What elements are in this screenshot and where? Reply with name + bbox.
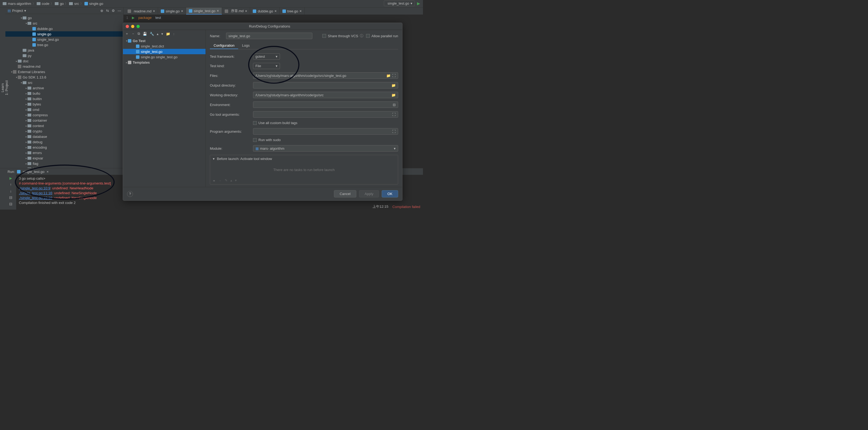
crumb-4[interactable]: single.go (85, 2, 103, 6)
tree-item[interactable]: ▾go (5, 15, 123, 21)
close-tab-icon[interactable]: × (153, 9, 155, 13)
allow-parallel-checkbox[interactable] (366, 34, 370, 38)
crumb-1[interactable]: code (37, 2, 49, 6)
tree-item[interactable]: ▾src (5, 80, 123, 85)
test-kind-select[interactable]: File▾ (253, 63, 280, 69)
run-tab[interactable]: single_test.go (23, 170, 44, 174)
test-framework-select[interactable]: gotest▾ (253, 53, 280, 60)
tree-arrow-icon[interactable]: ▸ (25, 87, 28, 90)
sort-icon[interactable]: ↕ (173, 32, 175, 36)
run-button[interactable]: ▶ (417, 1, 420, 6)
rerun-button[interactable]: ▶ (9, 176, 12, 180)
tree-arrow-icon[interactable]: ▸ (25, 135, 28, 138)
left-tab-learn[interactable]: Learn (1, 11, 5, 164)
tree-item[interactable]: ▸expvar (5, 155, 123, 161)
tree-arrow-icon[interactable]: ▸ (25, 124, 28, 127)
left-tab-project[interactable]: 1: Project (5, 11, 9, 164)
save-config-icon[interactable]: 💾 (143, 32, 147, 36)
tree-item[interactable]: ▸flag (5, 161, 123, 166)
working-dir-input[interactable]: /Users/zyj/study/mars-algorithm/code/go/… (253, 92, 398, 98)
ok-button[interactable]: OK (382, 190, 398, 197)
close-window-icon[interactable] (126, 25, 129, 28)
editor-tabs[interactable]: readme.md×single.go×single_test.go×序章.md… (124, 7, 423, 14)
run-gutter-icon[interactable]: ▶ (132, 16, 134, 20)
tree-item[interactable]: single_test.go (5, 37, 123, 42)
tree-arrow-icon[interactable]: ▾ (10, 70, 13, 73)
down-icon[interactable]: ▾ (161, 32, 163, 36)
tree-item[interactable]: ▾Go SDK 1.13.6 (5, 74, 123, 80)
custom-tags-checkbox[interactable] (253, 121, 257, 125)
tree-item[interactable]: ▸bufio (5, 91, 123, 96)
tree-item[interactable]: readme.md (5, 64, 123, 69)
config-tree-item[interactable]: single_test.go (123, 49, 206, 54)
crumb-3[interactable]: src (69, 2, 79, 6)
tree-arrow-icon[interactable]: ▸ (25, 108, 28, 111)
name-input[interactable]: single_test.go (226, 33, 312, 39)
crumb-2[interactable]: go (55, 2, 64, 6)
tree-item[interactable]: ▸builtin (5, 96, 123, 101)
module-select[interactable]: ▦mars- algorithm▾ (253, 145, 398, 152)
config-tree-item[interactable]: single.go single_test.go (123, 54, 206, 60)
tab-configuration[interactable]: Configuration (210, 42, 238, 49)
env-input[interactable]: ⊟ (253, 101, 398, 108)
toolbar-icon[interactable]: ⊟ (9, 202, 12, 206)
toolbar-icon[interactable]: ⊟ (9, 195, 12, 199)
close-tab-icon[interactable]: × (275, 9, 277, 13)
editor-tab[interactable]: single_test.go× (186, 7, 222, 14)
tree-item[interactable]: ▸bytes (5, 101, 123, 107)
tree-item[interactable]: ▸cmd (5, 107, 123, 112)
tree-item[interactable]: ▸fmt (5, 166, 123, 168)
editor-tab[interactable]: dubble.go× (250, 7, 279, 14)
expand-icon[interactable]: ⛶ (392, 129, 396, 133)
down-arrow-icon[interactable]: ↓ (10, 189, 12, 193)
files-input[interactable]: /Users/zyj/study/mars-algorithm/code/go/… (253, 72, 398, 79)
expand-icon[interactable]: ⛶ (392, 113, 396, 117)
tree-item[interactable]: ▸encoding (5, 145, 123, 150)
close-tab-icon[interactable]: × (217, 9, 219, 13)
run-config-selector[interactable]: single_test.go ▾ (384, 1, 415, 6)
tree-item[interactable]: py (5, 53, 123, 58)
close-icon[interactable]: × (46, 170, 49, 174)
tree-arrow-icon[interactable]: ▸ (25, 141, 28, 144)
close-tab-icon[interactable]: × (245, 9, 247, 13)
tree-arrow-icon[interactable]: ▸ (25, 114, 28, 117)
tree-item[interactable]: ▾External Libraries (5, 69, 123, 74)
tree-item[interactable]: ▸container (5, 118, 123, 123)
up-task-icon[interactable]: ▴ (230, 178, 232, 183)
bottom-toolwindow-bar[interactable] (0, 168, 5, 210)
editor-tab[interactable]: readme.md× (125, 7, 158, 14)
minimize-window-icon[interactable] (131, 25, 134, 28)
tree-arrow-icon[interactable]: ▸ (25, 130, 28, 133)
collapse-icon[interactable]: ⇆ (106, 9, 109, 13)
close-tab-icon[interactable]: × (300, 9, 302, 13)
tree-item[interactable]: ▸archive (5, 85, 123, 91)
project-tree[interactable]: ▾go▾srcdubble.gosingle.gosingle_test.got… (5, 14, 123, 168)
maximize-window-icon[interactable] (136, 25, 140, 28)
tree-arrow-icon[interactable]: ▾ (25, 22, 28, 25)
tree-item[interactable]: dubble.go (5, 26, 123, 31)
tree-arrow-icon[interactable]: ▸ (25, 119, 28, 122)
tree-arrow-icon[interactable]: ▾ (15, 76, 18, 79)
up-arrow-icon[interactable]: ↑ (10, 182, 12, 187)
project-title[interactable]: Project (12, 9, 23, 13)
apply-button[interactable]: Apply (359, 190, 379, 197)
editor-tab[interactable]: 序章.md× (222, 7, 250, 14)
left-toolwindow-bar[interactable]: Learn 1: Project (0, 7, 5, 168)
remove-task-icon[interactable]: － (218, 178, 222, 183)
prog-args-input[interactable]: ⛶ (253, 128, 398, 134)
tree-arrow-icon[interactable]: ▸ (25, 103, 28, 106)
tree-item[interactable]: ▸debug (5, 139, 123, 145)
edit-task-icon[interactable]: ✎ (225, 178, 228, 183)
tree-arrow-icon[interactable]: ▸ (25, 92, 28, 95)
tree-arrow-icon[interactable]: ▸ (15, 60, 18, 63)
editor-tab[interactable]: single.go× (158, 7, 186, 14)
go-args-input[interactable]: ⛶ (253, 111, 398, 118)
tree-item[interactable]: java (5, 48, 123, 53)
tree-arrow-icon[interactable]: ▸ (25, 97, 28, 100)
tree-arrow-icon[interactable]: ▸ (25, 162, 28, 165)
copy-config-icon[interactable]: ⧉ (137, 32, 140, 36)
wrench-icon[interactable]: 🔧 (150, 32, 154, 36)
editor-tab[interactable]: tree.go× (280, 7, 305, 14)
cancel-button[interactable]: Cancel (334, 190, 356, 197)
tree-item[interactable]: tree.go (5, 42, 123, 48)
